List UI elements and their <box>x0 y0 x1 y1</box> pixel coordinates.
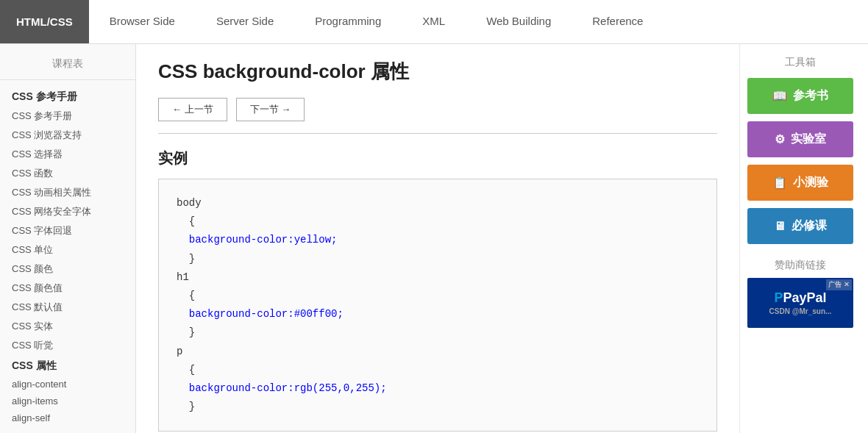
right-panel: 工具箱 📖 参考书 ⚙ 实验室 📋 小测验 🖥 必修课 赞助商链接 广告 ✕ P… <box>739 44 861 433</box>
tool-btn-ref-label: 参考书 <box>793 88 828 104</box>
code-line-11: background-color:rgb(255,0,255); <box>177 382 387 394</box>
code-line-2: { <box>177 215 195 227</box>
brand-logo[interactable]: HTML/CSS <box>0 0 89 43</box>
tool-btn-quiz[interactable]: 📋 小测验 <box>747 165 853 201</box>
code-line-6: { <box>177 290 195 301</box>
tool-btn-course[interactable]: 🖥 必修课 <box>747 208 853 244</box>
sidebar-title: 课程表 <box>0 51 135 80</box>
code-line-7: background-color:#00ff00; <box>177 308 344 320</box>
sidebar-section-css-prop: CSS 属性 <box>0 355 135 376</box>
code-line-3: background-color:yellow; <box>177 234 337 246</box>
sidebar-item-align-content[interactable]: align-content <box>0 376 135 393</box>
sidebar-item-aural[interactable]: CSS 听觉 <box>0 336 135 355</box>
tool-btn-ref[interactable]: 📖 参考书 <box>747 78 853 114</box>
lab-icon: ⚙ <box>775 132 785 146</box>
tool-btn-course-label: 必修课 <box>791 218 827 234</box>
code-block: body { background-color:yellow; } h1 { b… <box>158 179 717 432</box>
code-line-5: h1 <box>177 271 189 283</box>
prev-button[interactable]: ← 上一节 <box>158 98 227 121</box>
sidebar-item-entities[interactable]: CSS 实体 <box>0 317 135 336</box>
code-line-10: { <box>177 364 195 376</box>
sidebar-item-colors[interactable]: CSS 颜色 <box>0 260 135 279</box>
toolbox-title: 工具箱 <box>747 51 853 78</box>
sidebar: 课程表 CSS 参考手册 CSS 参考手册 CSS 浏览器支持 CSS 选择器 … <box>0 44 136 433</box>
nav-buttons: ← 上一节 下一节 → <box>158 98 717 121</box>
layout: 课程表 CSS 参考手册 CSS 参考手册 CSS 浏览器支持 CSS 选择器 … <box>0 44 868 433</box>
sidebar-item-color-values[interactable]: CSS 颜色值 <box>0 279 135 298</box>
tool-btn-lab[interactable]: ⚙ 实验室 <box>747 121 853 157</box>
nav-item-web-building[interactable]: Web Building <box>466 0 572 43</box>
paypal-ad[interactable]: 广告 ✕ PPayPal CSDN @Mr_sun... <box>747 278 853 328</box>
nav-item-browser-side[interactable]: Browser Side <box>89 0 196 43</box>
tool-btn-quiz-label: 小测验 <box>793 175 828 190</box>
next-button[interactable]: 下一节 → <box>236 98 305 121</box>
ad-badge: 广告 ✕ <box>826 279 852 290</box>
book-icon: 📖 <box>772 89 787 103</box>
tool-btn-lab-label: 实验室 <box>791 132 826 147</box>
page-title: CSS background-color 属性 <box>158 59 717 85</box>
paypal-sub: CSDN @Mr_sun... <box>769 307 832 315</box>
code-line-8: } <box>177 326 195 338</box>
sidebar-item-defaults[interactable]: CSS 默认值 <box>0 298 135 317</box>
sponsor-title: 赞助商链接 <box>747 251 853 278</box>
sidebar-item-functions[interactable]: CSS 函数 <box>0 164 135 183</box>
course-icon: 🖥 <box>774 220 786 233</box>
sidebar-item-web-fonts[interactable]: CSS 网络安全字体 <box>0 202 135 221</box>
top-nav: HTML/CSS Browser Side Server Side Progra… <box>0 0 868 44</box>
code-line-4: } <box>177 253 195 265</box>
nav-item-programming[interactable]: Programming <box>294 0 402 43</box>
code-line-1: body <box>177 197 202 209</box>
sidebar-item-css-ref[interactable]: CSS 参考手册 <box>0 107 135 126</box>
sidebar-item-animation[interactable]: CSS 动画相关属性 <box>0 183 135 202</box>
paypal-logo: PPayPal <box>774 290 826 306</box>
section-title: 实例 <box>158 148 717 168</box>
code-line-12: } <box>177 401 195 412</box>
quiz-icon: 📋 <box>772 176 787 190</box>
sidebar-item-align-items[interactable]: align-items <box>0 393 135 409</box>
sidebar-item-selectors[interactable]: CSS 选择器 <box>0 145 135 164</box>
sidebar-item-browser-support[interactable]: CSS 浏览器支持 <box>0 126 135 145</box>
code-line-9: p <box>177 346 182 357</box>
sidebar-section-css-ref: CSS 参考手册 <box>0 86 135 107</box>
nav-item-server-side[interactable]: Server Side <box>196 0 294 43</box>
nav-item-xml[interactable]: XML <box>402 0 466 43</box>
nav-items: Browser Side Server Side Programming XML… <box>89 0 868 43</box>
main-content: CSS background-color 属性 ← 上一节 下一节 → 实例 b… <box>136 44 739 433</box>
sidebar-item-align-self[interactable]: align-self <box>0 409 135 426</box>
divider <box>158 133 717 134</box>
sidebar-item-units[interactable]: CSS 单位 <box>0 240 135 260</box>
sidebar-item-font-fallback[interactable]: CSS 字体回退 <box>0 221 135 240</box>
nav-item-reference[interactable]: Reference <box>572 0 664 43</box>
